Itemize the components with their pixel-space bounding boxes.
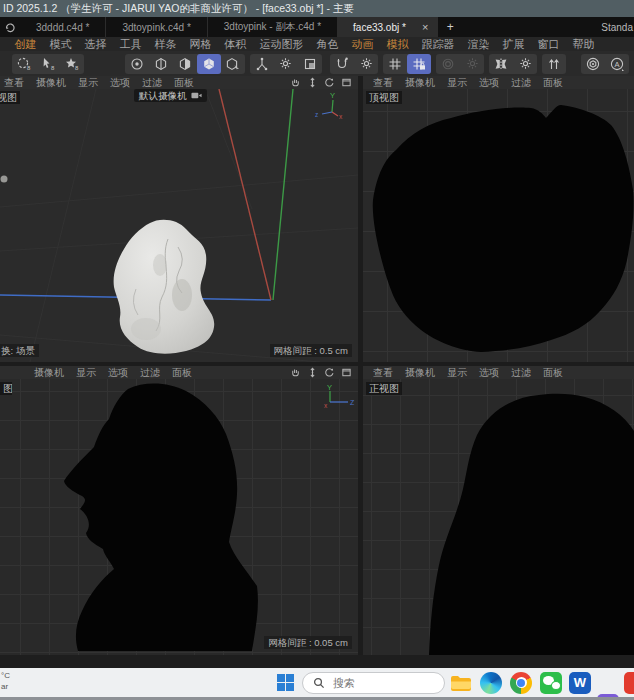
viewport-front-canvas[interactable]: 正视图 [363,379,634,655]
scan-silhouette-top[interactable] [373,105,634,352]
menu-extensions[interactable]: 扩展 [496,37,531,52]
chrome-browser-icon[interactable] [510,672,532,694]
viewport-perspective[interactable]: 查看 摄像机 显示 选项 过滤 面板 [0,76,358,362]
viewport-top[interactable]: 查看 摄像机 显示 选项 过滤 面板 顶视图 [363,76,634,362]
edges-mode-icon[interactable] [149,54,173,74]
vp-menu-options[interactable]: 选项 [473,366,505,380]
vp-menu-camera[interactable]: 摄像机 [399,76,441,90]
grid-snap-icon[interactable] [383,54,407,74]
viewport-front[interactable]: 查看 摄像机 显示 选项 过滤 面板 正视图 [363,366,634,655]
vp-menu-panel[interactable]: 面板 [166,366,198,380]
vp-menu-view[interactable]: 查看 [367,76,399,90]
points-mode-icon[interactable] [125,54,149,74]
viewport-top-canvas[interactable]: 顶视图 [363,89,634,362]
new-tab-button[interactable]: + [438,17,462,37]
window-titlebar[interactable]: ID 2025.1.2 （学生许可 - JIARUI YAO的非商业许可） - … [0,0,634,17]
vp-menu-filter[interactable]: 过滤 [505,366,537,380]
tab-close-icon[interactable]: × [422,21,428,33]
toggle-maximize-icon[interactable] [341,77,352,88]
vp-menu-view[interactable]: 查看 [367,366,399,380]
menu-help[interactable]: 帮助 [566,37,601,52]
vp-menu-filter[interactable]: 过滤 [136,76,168,90]
scan-silhouette-profile[interactable] [64,384,258,651]
menu-mode[interactable]: 模式 [43,37,78,52]
start-button[interactable] [277,674,294,691]
vp-menu-panel[interactable]: 面板 [537,76,569,90]
menu-mograph[interactable]: 运动图形 [253,37,310,52]
axis-settings-gear-icon[interactable] [274,54,298,74]
menu-volume[interactable]: 体积 [218,37,253,52]
vp-menu-display[interactable]: 显示 [441,366,473,380]
vp-menu-camera[interactable]: 摄像机 [28,366,70,380]
menu-simulate[interactable]: 模拟 [380,37,415,52]
vp-menu-options[interactable]: 选项 [104,76,136,90]
rotate-icon[interactable] [324,367,335,378]
tab-document-2[interactable]: 3dtoypink.c4d * [105,17,206,37]
rotate-icon[interactable] [324,77,335,88]
taskbar-search[interactable] [302,672,445,694]
viewport-right[interactable]: 摄像机 显示 选项 过滤 面板 图 Y Z x [0,366,358,655]
menu-spline[interactable]: 样条 [148,37,183,52]
auto-workplane-icon[interactable]: A [605,54,629,74]
zoom-icon[interactable] [307,367,318,378]
model-mode-icon[interactable] [197,54,221,74]
menu-tracker[interactable]: 跟踪器 [415,37,461,52]
wechat-icon[interactable] [540,672,562,694]
zoom-icon[interactable] [307,77,318,88]
vp-menu-view[interactable]: 查看 [0,76,30,90]
tab-document-1[interactable]: 3dddd.c4d * [20,17,105,37]
menu-render[interactable]: 渲染 [461,37,496,52]
live-selection-icon[interactable]: 8 [12,54,36,74]
texture-mode-icon[interactable] [221,54,245,74]
menu-mesh[interactable]: 网格 [183,37,218,52]
pan-icon[interactable] [290,367,301,378]
menu-character[interactable]: 角色 [310,37,345,52]
workplane-icon[interactable] [298,54,322,74]
vp-menu-options[interactable]: 选项 [473,76,505,90]
menu-create[interactable]: 创建 [8,37,43,52]
snap-settings-gear-icon[interactable] [354,54,378,74]
scan-silhouette-front[interactable] [429,394,634,655]
viewport-perspective-canvas[interactable]: 视图 默认摄像机 Y x z 换: 场景 网格间距 : 0.5 cm [0,89,358,362]
edge-browser-icon[interactable] [480,672,502,694]
pan-icon[interactable] [290,77,301,88]
rotation-quantize-icon[interactable] [436,54,460,74]
tab-document-3[interactable]: 3dtoypink - 副本.c4d * [207,17,337,37]
vp-menu-options[interactable]: 选项 [102,366,134,380]
camera-selector[interactable]: 默认摄像机 [134,89,207,102]
polygons-mode-icon[interactable] [173,54,197,74]
vp-menu-display[interactable]: 显示 [441,76,473,90]
vp-menu-camera[interactable]: 摄像机 [30,76,72,90]
vp-menu-filter[interactable]: 过滤 [505,76,537,90]
menu-select[interactable]: 选择 [78,37,113,52]
tab-document-active[interactable]: face33.obj * × [337,17,438,37]
symmetry-settings-gear-icon[interactable] [513,54,537,74]
vp-menu-filter[interactable]: 过滤 [134,366,166,380]
red-app-icon[interactable] [624,672,634,694]
axis-mode-icon[interactable] [250,54,274,74]
modeling-axis-icon[interactable] [542,54,566,74]
layout-preset-selector[interactable]: Standa [601,22,634,33]
lasso-selection-icon[interactable]: 8 [60,54,84,74]
rotation-quantize-settings-gear-icon[interactable] [460,54,484,74]
move-selection-icon[interactable]: 8 [36,54,60,74]
layout-home-icon[interactable] [0,17,20,37]
search-input[interactable] [331,676,425,690]
toggle-maximize-icon[interactable] [341,367,352,378]
vp-menu-panel[interactable]: 面板 [537,366,569,380]
snap-magnet-icon[interactable] [330,54,354,74]
symmetry-icon[interactable] [489,54,513,74]
word-icon[interactable]: W [569,672,591,694]
workplane-badge-icon[interactable] [581,54,605,74]
vp-menu-camera[interactable]: 摄像机 [399,366,441,380]
quantize-lock-icon[interactable] [407,54,431,74]
file-explorer-icon[interactable] [450,672,472,694]
vp-menu-display[interactable]: 显示 [70,366,102,380]
viewport-right-canvas[interactable]: 图 Y Z x 网格间距 : 0.05 cm [0,379,358,655]
vp-menu-display[interactable]: 显示 [72,76,104,90]
vp-menu-panel[interactable]: 面板 [168,76,200,90]
menu-window[interactable]: 窗口 [531,37,566,52]
menu-animate[interactable]: 动画 [345,37,380,52]
menu-tools[interactable]: 工具 [113,37,148,52]
scan-object-bust[interactable] [114,220,215,354]
